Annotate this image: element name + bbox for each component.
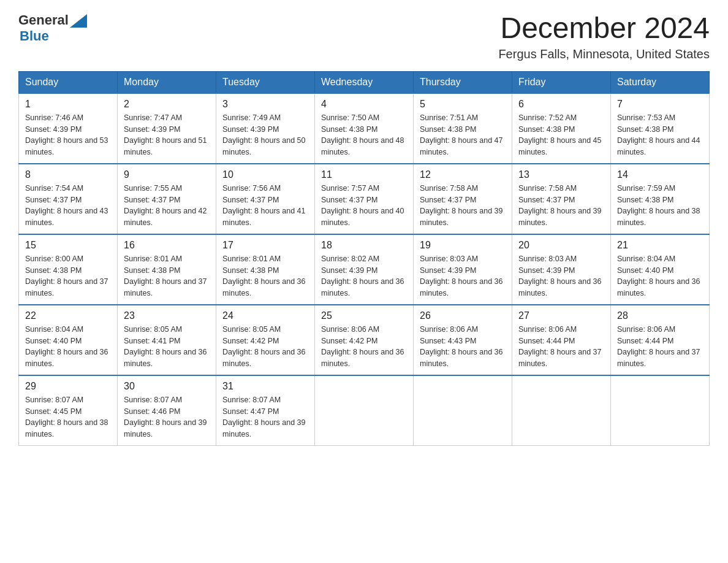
- day-info: Sunrise: 8:03 AMSunset: 4:39 PMDaylight:…: [518, 253, 604, 299]
- calendar-week-row: 22 Sunrise: 8:04 AMSunset: 4:40 PMDaylig…: [19, 305, 710, 375]
- calendar-cell: 10 Sunrise: 7:56 AMSunset: 4:37 PMDaylig…: [216, 164, 315, 234]
- day-number: 13: [518, 169, 604, 180]
- day-info: Sunrise: 8:00 AMSunset: 4:38 PMDaylight:…: [25, 253, 111, 299]
- day-info: Sunrise: 8:06 AMSunset: 4:44 PMDaylight:…: [617, 324, 703, 370]
- calendar-cell: 27 Sunrise: 8:06 AMSunset: 4:44 PMDaylig…: [512, 305, 611, 375]
- month-title: December 2024: [498, 12, 710, 45]
- calendar-cell: 13 Sunrise: 7:58 AMSunset: 4:37 PMDaylig…: [512, 164, 611, 234]
- day-info: Sunrise: 8:07 AMSunset: 4:46 PMDaylight:…: [124, 394, 210, 440]
- logo-triangle-icon: [70, 14, 87, 28]
- calendar-cell: 23 Sunrise: 8:05 AMSunset: 4:41 PMDaylig…: [118, 305, 216, 375]
- calendar-cell: [414, 375, 512, 446]
- calendar-header-row: SundayMondayTuesdayWednesdayThursdayFrid…: [19, 71, 710, 93]
- day-info: Sunrise: 7:47 AMSunset: 4:39 PMDaylight:…: [124, 112, 210, 158]
- day-number: 14: [617, 169, 703, 180]
- day-info: Sunrise: 7:57 AMSunset: 4:37 PMDaylight:…: [321, 183, 407, 229]
- calendar-cell: 22 Sunrise: 8:04 AMSunset: 4:40 PMDaylig…: [19, 305, 118, 375]
- day-number: 19: [420, 240, 506, 251]
- column-header-sunday: Sunday: [19, 71, 118, 93]
- day-info: Sunrise: 7:53 AMSunset: 4:38 PMDaylight:…: [617, 112, 703, 158]
- calendar-cell: 17 Sunrise: 8:01 AMSunset: 4:38 PMDaylig…: [216, 234, 315, 305]
- day-info: Sunrise: 8:07 AMSunset: 4:45 PMDaylight:…: [25, 394, 111, 440]
- day-number: 22: [25, 310, 111, 321]
- calendar-cell: [512, 375, 611, 446]
- calendar-cell: 24 Sunrise: 8:05 AMSunset: 4:42 PMDaylig…: [216, 305, 315, 375]
- calendar-cell: 3 Sunrise: 7:49 AMSunset: 4:39 PMDayligh…: [216, 93, 315, 164]
- calendar-cell: 31 Sunrise: 8:07 AMSunset: 4:47 PMDaylig…: [216, 375, 315, 446]
- day-info: Sunrise: 7:49 AMSunset: 4:39 PMDaylight:…: [222, 112, 308, 158]
- day-number: 1: [25, 99, 111, 110]
- day-number: 28: [617, 310, 703, 321]
- day-number: 12: [420, 169, 506, 180]
- calendar-table: SundayMondayTuesdayWednesdayThursdayFrid…: [18, 71, 710, 446]
- calendar-week-row: 29 Sunrise: 8:07 AMSunset: 4:45 PMDaylig…: [19, 375, 710, 446]
- logo-general-text: General: [18, 12, 69, 28]
- day-number: 21: [617, 240, 703, 251]
- column-header-saturday: Saturday: [611, 71, 710, 93]
- day-info: Sunrise: 8:06 AMSunset: 4:42 PMDaylight:…: [321, 324, 407, 370]
- calendar-cell: 29 Sunrise: 8:07 AMSunset: 4:45 PMDaylig…: [19, 375, 118, 446]
- day-number: 17: [222, 240, 308, 251]
- logo-blue-text: Blue: [20, 28, 87, 44]
- day-number: 15: [25, 240, 111, 251]
- day-number: 31: [222, 381, 308, 392]
- logo: General Blue: [18, 12, 87, 44]
- day-number: 9: [124, 169, 210, 180]
- day-number: 30: [124, 381, 210, 392]
- calendar-cell: 5 Sunrise: 7:51 AMSunset: 4:38 PMDayligh…: [414, 93, 512, 164]
- day-info: Sunrise: 7:52 AMSunset: 4:38 PMDaylight:…: [518, 112, 604, 158]
- calendar-cell: 16 Sunrise: 8:01 AMSunset: 4:38 PMDaylig…: [118, 234, 216, 305]
- day-number: 26: [420, 310, 506, 321]
- day-number: 5: [420, 99, 506, 110]
- day-info: Sunrise: 7:51 AMSunset: 4:38 PMDaylight:…: [420, 112, 506, 158]
- calendar-cell: 30 Sunrise: 8:07 AMSunset: 4:46 PMDaylig…: [118, 375, 216, 446]
- svg-marker-0: [70, 14, 87, 28]
- day-number: 24: [222, 310, 308, 321]
- day-number: 8: [25, 169, 111, 180]
- calendar-cell: [611, 375, 710, 446]
- day-number: 20: [518, 240, 604, 251]
- calendar-cell: 9 Sunrise: 7:55 AMSunset: 4:37 PMDayligh…: [118, 164, 216, 234]
- day-number: 7: [617, 99, 703, 110]
- calendar-week-row: 15 Sunrise: 8:00 AMSunset: 4:38 PMDaylig…: [19, 234, 710, 305]
- day-info: Sunrise: 8:01 AMSunset: 4:38 PMDaylight:…: [124, 253, 210, 299]
- day-number: 11: [321, 169, 407, 180]
- column-header-thursday: Thursday: [414, 71, 512, 93]
- day-number: 6: [518, 99, 604, 110]
- calendar-cell: 18 Sunrise: 8:02 AMSunset: 4:39 PMDaylig…: [315, 234, 414, 305]
- day-info: Sunrise: 8:05 AMSunset: 4:42 PMDaylight:…: [222, 324, 308, 370]
- day-info: Sunrise: 8:03 AMSunset: 4:39 PMDaylight:…: [420, 253, 506, 299]
- day-number: 25: [321, 310, 407, 321]
- day-number: 4: [321, 99, 407, 110]
- day-info: Sunrise: 8:04 AMSunset: 4:40 PMDaylight:…: [25, 324, 111, 370]
- calendar-cell: 6 Sunrise: 7:52 AMSunset: 4:38 PMDayligh…: [512, 93, 611, 164]
- calendar-cell: 15 Sunrise: 8:00 AMSunset: 4:38 PMDaylig…: [19, 234, 118, 305]
- day-info: Sunrise: 7:58 AMSunset: 4:37 PMDaylight:…: [518, 183, 604, 229]
- day-number: 27: [518, 310, 604, 321]
- day-info: Sunrise: 7:59 AMSunset: 4:38 PMDaylight:…: [617, 183, 703, 229]
- day-number: 16: [124, 240, 210, 251]
- day-info: Sunrise: 8:07 AMSunset: 4:47 PMDaylight:…: [222, 394, 308, 440]
- day-info: Sunrise: 7:58 AMSunset: 4:37 PMDaylight:…: [420, 183, 506, 229]
- calendar-week-row: 1 Sunrise: 7:46 AMSunset: 4:39 PMDayligh…: [19, 93, 710, 164]
- calendar-cell: 25 Sunrise: 8:06 AMSunset: 4:42 PMDaylig…: [315, 305, 414, 375]
- day-number: 29: [25, 381, 111, 392]
- calendar-cell: 11 Sunrise: 7:57 AMSunset: 4:37 PMDaylig…: [315, 164, 414, 234]
- day-number: 23: [124, 310, 210, 321]
- day-info: Sunrise: 8:02 AMSunset: 4:39 PMDaylight:…: [321, 253, 407, 299]
- day-info: Sunrise: 7:56 AMSunset: 4:37 PMDaylight:…: [222, 183, 308, 229]
- location-subtitle: Fergus Falls, Minnesota, United States: [498, 47, 710, 61]
- calendar-week-row: 8 Sunrise: 7:54 AMSunset: 4:37 PMDayligh…: [19, 164, 710, 234]
- calendar-cell: 20 Sunrise: 8:03 AMSunset: 4:39 PMDaylig…: [512, 234, 611, 305]
- page-header: General Blue December 2024 Fergus Falls,…: [18, 12, 710, 61]
- calendar-cell: 2 Sunrise: 7:47 AMSunset: 4:39 PMDayligh…: [118, 93, 216, 164]
- day-number: 3: [222, 99, 308, 110]
- title-section: December 2024 Fergus Falls, Minnesota, U…: [498, 12, 710, 61]
- calendar-cell: 19 Sunrise: 8:03 AMSunset: 4:39 PMDaylig…: [414, 234, 512, 305]
- day-info: Sunrise: 8:06 AMSunset: 4:44 PMDaylight:…: [518, 324, 604, 370]
- day-number: 18: [321, 240, 407, 251]
- calendar-cell: 14 Sunrise: 7:59 AMSunset: 4:38 PMDaylig…: [611, 164, 710, 234]
- calendar-cell: 21 Sunrise: 8:04 AMSunset: 4:40 PMDaylig…: [611, 234, 710, 305]
- column-header-wednesday: Wednesday: [315, 71, 414, 93]
- column-header-monday: Monday: [118, 71, 216, 93]
